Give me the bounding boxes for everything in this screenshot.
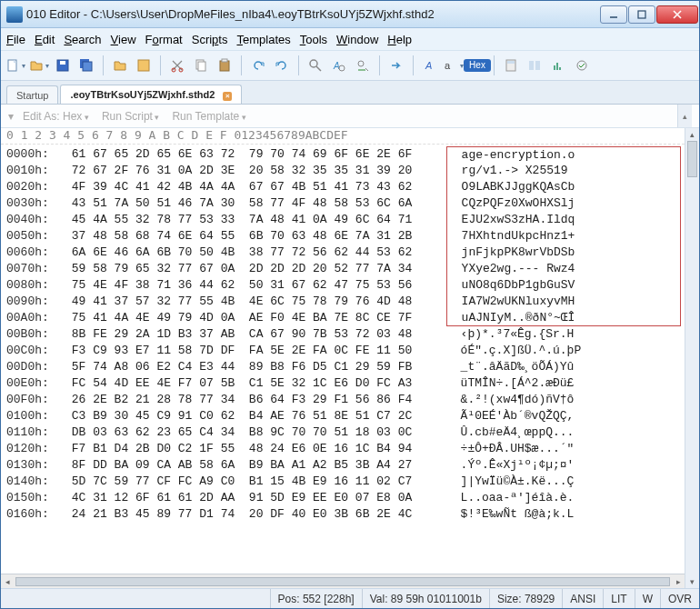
- hex-row[interactable]: 0010h: 72 67 2F 76 31 0A 2D 3E 20 58 32 …: [6, 163, 681, 179]
- run-template-dropdown[interactable]: Run Template: [172, 110, 245, 123]
- hex-bytes[interactable]: F7 B1 D4 2B D0 C2 1F 55 48 24 E6 0E 16 1…: [65, 441, 446, 457]
- save-as-button[interactable]: [133, 55, 155, 76]
- hex-row[interactable]: 0000h: 61 67 65 2D 65 6E 63 72 79 70 74 …: [6, 146, 681, 163]
- save-button[interactable]: [52, 55, 74, 76]
- hex-row[interactable]: 0140h: 5D 7C 59 77 CF FC A9 C0 B1 15 4B …: [6, 474, 681, 490]
- hex-bytes[interactable]: 45 4A 55 32 78 77 53 33 7A 48 41 0A 49 6…: [65, 212, 446, 228]
- hex-row[interactable]: 00F0h: 26 2E B2 21 28 78 77 34 B6 64 F3 …: [6, 392, 681, 408]
- hex-bytes[interactable]: 6A 6E 46 6A 6B 70 50 4B 38 77 72 56 62 4…: [65, 245, 446, 261]
- hex-row[interactable]: 00E0h: FC 54 4D EE 4E F7 07 5B C1 5E 32 …: [6, 375, 681, 392]
- cut-button[interactable]: [166, 55, 188, 76]
- replace-button[interactable]: [352, 55, 374, 76]
- hex-row[interactable]: 0070h: 59 58 79 65 32 77 67 0A 2D 2D 2D …: [6, 261, 681, 277]
- hex-ascii[interactable]: uAJNIyM..®ðN°~ŒÎ: [446, 310, 681, 326]
- v-scroll-thumb[interactable]: [687, 141, 697, 177]
- checksum-button[interactable]: [571, 55, 593, 76]
- hex-bytes[interactable]: C3 B9 30 45 C9 91 C0 62 B4 AE 76 51 8E 5…: [65, 408, 446, 424]
- v-scroll-down[interactable]: ▾: [685, 575, 699, 588]
- hex-mode-button[interactable]: Hex: [466, 55, 488, 76]
- goto-button[interactable]: [385, 55, 407, 76]
- hex-bytes[interactable]: 4C 31 12 6F 61 61 2D AA 91 5D E9 EE E0 0…: [65, 490, 446, 506]
- calculator-button[interactable]: [500, 55, 522, 76]
- hex-ascii[interactable]: $!³E‰wÑt ß@à;k.L: [446, 506, 681, 523]
- status-write[interactable]: W: [635, 589, 660, 608]
- menu-edit[interactable]: Edit: [35, 33, 55, 46]
- sub-lead-icon[interactable]: ▾: [8, 110, 14, 123]
- hex-bytes[interactable]: 43 51 7A 50 51 46 7A 30 58 77 4F 48 58 5…: [65, 195, 446, 212]
- sub-scroll-up[interactable]: ▴: [677, 105, 692, 127]
- hex-bytes[interactable]: 4F 39 4C 41 42 4B 4A 4A 67 67 4B 51 41 7…: [65, 179, 446, 195]
- hex-bytes[interactable]: 61 67 65 2D 65 6E 63 72 79 70 74 69 6F 6…: [65, 146, 446, 163]
- hex-ascii[interactable]: O9LABKJJggKQAsCb: [446, 179, 681, 195]
- run-script-dropdown[interactable]: Run Script: [102, 110, 160, 123]
- hex-bytes[interactable]: 75 41 4A 4E 49 79 4D 0A AE F0 4E BA 7E 8…: [65, 310, 446, 326]
- save-all-button[interactable]: [75, 55, 97, 76]
- tab-active-file[interactable]: .eoyTBtrKsoUYj5ZWjxhf.sthd2 ×: [60, 85, 242, 104]
- copy-button[interactable]: [190, 55, 212, 76]
- hex-ascii[interactable]: üTMÎN÷.[Á^2.æÐü£: [446, 375, 681, 392]
- hex-ascii[interactable]: óÉ".ç.X]ßÜ.^.ú.þP: [446, 343, 681, 359]
- hex-bytes[interactable]: 5D 7C 59 77 CF FC A9 C0 B1 15 4B E9 16 1…: [65, 474, 446, 490]
- hex-bytes[interactable]: 24 21 B3 45 89 77 D1 74 20 DF 40 E0 3B 6…: [65, 506, 446, 523]
- hex-row[interactable]: 0040h: 45 4A 55 32 78 77 53 33 7A 48 41 …: [6, 212, 681, 228]
- hex-bytes[interactable]: FC 54 4D EE 4E F7 07 5B C1 5E 32 1C E6 D…: [65, 375, 446, 392]
- hex-bytes[interactable]: 72 67 2F 76 31 0A 2D 3E 20 58 32 35 35 3…: [65, 163, 446, 179]
- hex-bytes[interactable]: DB 03 63 62 23 65 C4 34 B8 9C 70 70 51 1…: [65, 424, 446, 441]
- hex-ascii[interactable]: L..oaa-ª']éîà.è.: [446, 490, 681, 506]
- menu-help[interactable]: Help: [387, 33, 412, 46]
- hex-ascii[interactable]: CQzPQFz0XwOHXSlj: [446, 195, 681, 212]
- maximize-button[interactable]: [628, 5, 655, 24]
- minimize-button[interactable]: [600, 5, 627, 24]
- compare-button[interactable]: [524, 55, 545, 76]
- tab-startup[interactable]: Startup: [6, 85, 58, 104]
- hex-row[interactable]: 00B0h: 8B FE 29 2A 1D B3 37 AB CA 67 90 …: [6, 326, 681, 343]
- hex-row[interactable]: 0160h: 24 21 B3 45 89 77 D1 74 20 DF 40 …: [6, 506, 681, 523]
- hex-ascii[interactable]: 7HXhtndUkpcHnz1+: [446, 228, 681, 245]
- hex-bytes[interactable]: 8B FE 29 2A 1D B3 37 AB CA 67 90 7B 53 7…: [65, 326, 446, 343]
- hex-row[interactable]: 0130h: 8F DD BA 09 CA AB 58 6A B9 BA A1 …: [6, 457, 681, 474]
- hex-row[interactable]: 0060h: 6A 6E 46 6A 6B 70 50 4B 38 77 72 …: [6, 245, 681, 261]
- hex-ascii[interactable]: YXye2wg.--- Rwz4: [446, 261, 681, 277]
- hex-bytes[interactable]: 59 58 79 65 32 77 67 0A 2D 2D 2D 20 52 7…: [65, 261, 446, 277]
- hex-ascii[interactable]: Û.cb#eÄ4¸œppQ...: [446, 424, 681, 441]
- status-ovr[interactable]: OVR: [660, 589, 699, 608]
- hex-ascii[interactable]: IA7W2wUKNluxyvMH: [446, 294, 681, 310]
- h-scrollbar[interactable]: ◂ ▸: [1, 574, 685, 588]
- undo-button[interactable]: [247, 55, 269, 76]
- hex-row[interactable]: 0120h: F7 B1 D4 2B D0 C2 1F 55 48 24 E6 …: [6, 441, 681, 457]
- redo-button[interactable]: [271, 55, 293, 76]
- hex-row[interactable]: 00D0h: 5F 74 A8 06 E2 C4 E3 44 89 B8 F6 …: [6, 359, 681, 375]
- hex-row[interactable]: 0090h: 49 41 37 57 32 77 55 4B 4E 6C 75 …: [6, 294, 681, 310]
- hex-row[interactable]: 0080h: 75 4E 4F 38 71 36 44 62 50 31 67 …: [6, 277, 681, 294]
- hex-ascii[interactable]: rg/v1.-> X25519: [446, 163, 681, 179]
- hex-row[interactable]: 0020h: 4F 39 4C 41 42 4B 4A 4A 67 67 4B …: [6, 179, 681, 195]
- find-text-button[interactable]: A: [328, 55, 350, 76]
- v-scrollbar[interactable]: ▴ ▾: [685, 128, 699, 588]
- hex-row[interactable]: 00A0h: 75 41 4A 4E 49 79 4D 0A AE F0 4E …: [6, 310, 681, 326]
- h-scroll-thumb[interactable]: [15, 577, 670, 586]
- open-file-button[interactable]: [28, 55, 50, 76]
- hex-ascii[interactable]: jnFjkpPK8wrVbDSb: [446, 245, 681, 261]
- histogram-button[interactable]: [547, 55, 569, 76]
- hex-ascii[interactable]: Ã¹0EÉ'Àb´®vQŽQÇ,: [446, 408, 681, 424]
- hex-ascii[interactable]: .Ýº.Ê«Xj¹º¡¢µ;¤': [446, 457, 681, 474]
- edit-as-dropdown[interactable]: Edit As: Hex: [23, 110, 89, 123]
- hex-bytes[interactable]: 75 4E 4F 38 71 36 44 62 50 31 67 62 47 7…: [65, 277, 446, 294]
- hex-row[interactable]: 0110h: DB 03 63 62 23 65 C4 34 B8 9C 70 …: [6, 424, 681, 441]
- hex-ascii[interactable]: age-encryption.o: [446, 146, 681, 163]
- menu-view[interactable]: View: [111, 33, 136, 46]
- hex-row[interactable]: 00C0h: F3 C9 93 E7 11 58 7D DF FA 5E 2E …: [6, 343, 681, 359]
- hex-row[interactable]: 0030h: 43 51 7A 50 51 46 7A 30 58 77 4F …: [6, 195, 681, 212]
- open-folder-button[interactable]: [109, 55, 131, 76]
- hex-bytes[interactable]: 49 41 37 57 32 77 55 4B 4E 6C 75 78 79 7…: [65, 294, 446, 310]
- hex-ascii[interactable]: EJU2xwS3zHA.Ildq: [446, 212, 681, 228]
- hex-row[interactable]: 0100h: C3 B9 30 45 C9 91 C0 62 B4 AE 76 …: [6, 408, 681, 424]
- status-endian[interactable]: LIT: [603, 589, 634, 608]
- hex-row[interactable]: 0150h: 4C 31 12 6F 61 61 2D AA 91 5D E9 …: [6, 490, 681, 506]
- hex-bytes[interactable]: 26 2E B2 21 28 78 77 34 B6 64 F3 29 F1 5…: [65, 392, 446, 408]
- hex-ascii[interactable]: ]|YwÏü©À±.Kë...Ç: [446, 474, 681, 490]
- menu-search[interactable]: Search: [64, 33, 101, 46]
- hex-row[interactable]: 0050h: 37 48 58 68 74 6E 64 55 6B 70 63 …: [6, 228, 681, 245]
- menu-tools[interactable]: Tools: [300, 33, 327, 46]
- menu-file[interactable]: File: [6, 33, 25, 46]
